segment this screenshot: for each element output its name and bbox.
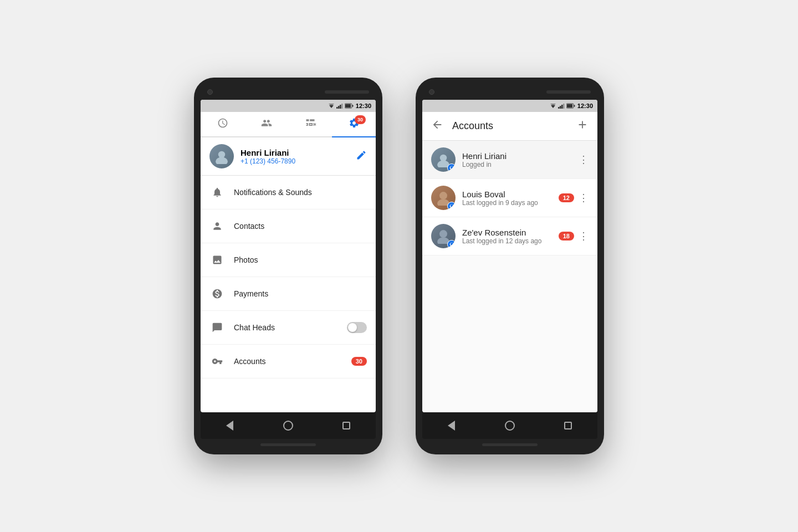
accounts-key-icon <box>209 354 225 369</box>
back-triangle-1 <box>226 421 233 431</box>
account-right-zeev: 18 ⋮ <box>559 230 589 242</box>
notifications-icon <box>209 185 225 200</box>
chatheads-icon <box>209 320 225 335</box>
bottom-handle-2 <box>422 441 597 448</box>
svg-rect-5 <box>341 104 343 109</box>
notifications-label: Notifications & Sounds <box>234 188 367 197</box>
signal-icon-2 <box>558 103 565 109</box>
user-name-1: Henri Liriani <box>241 148 356 157</box>
phone-accounts: 12:30 Accounts <box>416 78 604 454</box>
svg-rect-4 <box>340 105 341 109</box>
messenger-badge-louis <box>447 202 456 210</box>
phone-screen-accounts: 12:30 Accounts <box>422 100 597 412</box>
account-item-louis[interactable]: Louis Boval Last logged in 9 days ago 12… <box>422 179 597 217</box>
wifi-icon <box>328 103 335 109</box>
account-item-henri[interactable]: Henri Liriani Logged in ⋮ <box>422 141 597 179</box>
account-name-zeev: Ze'ev Rosenstein <box>462 228 559 237</box>
edit-profile-icon[interactable] <box>356 150 367 163</box>
tab-recent[interactable] <box>201 112 244 136</box>
accounts-badge: 30 <box>351 357 367 366</box>
svg-marker-1 <box>329 104 334 106</box>
battery-icon-2 <box>566 103 575 109</box>
settings-item-notifications[interactable]: Notifications & Sounds <box>201 176 376 209</box>
photos-label: Photos <box>234 255 367 264</box>
tab-bar: 30 <box>201 112 376 137</box>
settings-item-accounts[interactable]: Accounts 30 <box>201 345 376 378</box>
photos-icon <box>209 252 225 268</box>
status-bar-1: 12:30 <box>201 100 376 112</box>
contacts-icon <box>209 218 225 234</box>
settings-tab-badge: 30 <box>355 115 366 124</box>
bottom-handle-1 <box>201 441 376 448</box>
back-triangle-2 <box>448 421 455 431</box>
account-badge-louis: 12 <box>559 193 574 202</box>
svg-point-9 <box>218 151 225 158</box>
phone-settings: 12:30 <box>194 78 382 454</box>
svg-marker-12 <box>550 104 556 106</box>
avatar-zeev <box>431 224 456 248</box>
accounts-label: Accounts <box>234 357 351 366</box>
status-icons-1 <box>328 103 354 109</box>
tab-recent-icon <box>217 117 228 131</box>
svg-rect-19 <box>567 104 572 108</box>
accounts-header: Accounts <box>422 112 597 141</box>
settings-item-chatheads[interactable]: Chat Heads <box>201 311 376 345</box>
accounts-page-title: Accounts <box>452 120 576 132</box>
payments-label: Payments <box>234 289 367 298</box>
account-item-zeev[interactable]: Ze'ev Rosenstein Last logged in 12 days … <box>422 217 597 255</box>
svg-rect-8 <box>345 104 351 108</box>
settings-item-contacts[interactable]: Contacts <box>201 209 376 243</box>
status-time-1: 12:30 <box>356 103 371 109</box>
signal-icon <box>336 103 343 109</box>
account-status-louis: Last logged in 9 days ago <box>462 199 559 207</box>
back-button-1[interactable] <box>224 420 236 431</box>
more-options-louis[interactable]: ⋮ <box>579 192 589 204</box>
more-options-henri[interactable]: ⋮ <box>579 154 589 166</box>
svg-rect-3 <box>338 106 340 109</box>
messenger-badge-zeev <box>447 240 456 248</box>
home-button-1[interactable] <box>283 420 294 431</box>
settings-item-photos[interactable]: Photos <box>201 243 376 277</box>
recents-button-1[interactable] <box>341 420 352 431</box>
account-status-henri: Logged in <box>462 161 579 168</box>
more-options-zeev[interactable]: ⋮ <box>579 230 589 242</box>
home-button-2[interactable] <box>504 420 515 431</box>
account-name-louis: Louis Boval <box>462 190 559 199</box>
back-button-2[interactable] <box>446 420 457 431</box>
recents-square-2 <box>564 422 572 429</box>
battery-icon <box>345 103 354 109</box>
settings-item-payments[interactable]: Payments <box>201 277 376 311</box>
svg-rect-7 <box>352 105 353 107</box>
tab-groups-icon <box>305 117 316 131</box>
chatheads-toggle[interactable] <box>347 322 367 333</box>
svg-rect-18 <box>574 105 575 107</box>
tab-settings[interactable]: 30 <box>332 112 376 136</box>
avatar-louis <box>431 186 456 210</box>
bottom-nav-1 <box>201 412 376 439</box>
account-right-louis: 12 ⋮ <box>559 192 589 204</box>
svg-rect-16 <box>563 104 565 109</box>
phone-camera <box>207 89 213 95</box>
payments-icon <box>209 286 225 301</box>
back-arrow-button[interactable] <box>431 119 443 134</box>
phone-speaker-2 <box>546 90 591 94</box>
account-right-henri: ⋮ <box>579 154 589 166</box>
add-account-button[interactable] <box>576 119 589 134</box>
tab-contacts[interactable] <box>244 112 288 136</box>
phone-screen-settings: 12:30 <box>201 100 376 412</box>
settings-list: Notifications & Sounds Contacts Photos <box>201 176 376 412</box>
messenger-badge-henri <box>447 163 456 172</box>
bottom-nav-2 <box>422 412 597 439</box>
scene: 12:30 <box>0 0 798 532</box>
svg-point-22 <box>439 192 447 200</box>
avatar-henri <box>431 147 456 172</box>
user-avatar-1 <box>209 144 234 168</box>
home-circle-1 <box>283 421 293 431</box>
recents-button-2[interactable] <box>562 420 574 431</box>
svg-rect-15 <box>561 105 563 109</box>
home-circle-2 <box>505 421 515 431</box>
svg-point-24 <box>439 230 447 238</box>
svg-rect-13 <box>558 107 560 109</box>
tab-groups[interactable] <box>288 112 332 136</box>
wifi-icon-2 <box>550 103 556 109</box>
